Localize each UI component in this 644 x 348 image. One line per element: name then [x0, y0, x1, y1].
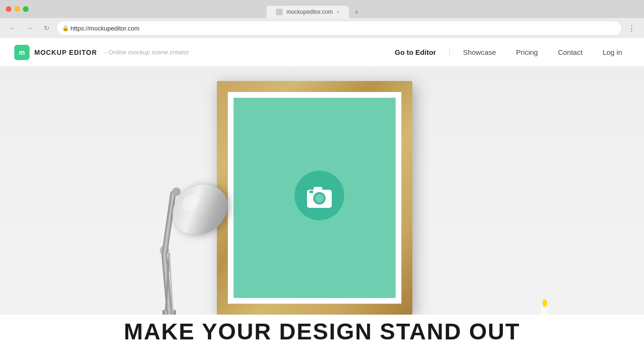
brand-name: MOCKUP EDITOR — [34, 49, 97, 56]
pricing-link[interactable]: Pricing — [509, 44, 546, 60]
browser-titlebar: mockupeditor.com × + — [0, 0, 644, 18]
reload-button[interactable]: ↻ — [40, 21, 53, 35]
tab-title: mockupeditor.com — [286, 9, 333, 15]
brand-tagline: - Online mockup scene creator — [105, 49, 189, 56]
nav-divider: | — [449, 47, 451, 57]
svg-rect-9 — [314, 187, 322, 192]
browser-chrome: mockupeditor.com × + ← → ↻ 🔒 ⋮ — [0, 0, 644, 38]
svg-point-44 — [542, 299, 547, 307]
hero-headline: MAKE YOUR DESIGN STAND OUT — [124, 318, 521, 345]
go-to-editor-button[interactable]: Go to Editor — [387, 44, 444, 60]
website-content: m MOCKUP EDITOR - Online mockup scene cr… — [0, 38, 644, 348]
tab-favicon — [276, 9, 283, 15]
showcase-link[interactable]: Showcase — [455, 44, 503, 60]
lock-icon: 🔒 — [62, 25, 69, 31]
url-input[interactable] — [57, 21, 621, 35]
contact-link[interactable]: Contact — [550, 44, 590, 60]
address-bar[interactable]: 🔒 — [57, 21, 621, 35]
site-navigation: m MOCKUP EDITOR - Online mockup scene cr… — [0, 38, 644, 67]
hero-scene — [0, 67, 644, 348]
close-button[interactable] — [6, 6, 11, 12]
svg-point-18 — [172, 187, 181, 196]
tab-close-button[interactable]: × — [337, 10, 339, 15]
browser-tab[interactable]: mockupeditor.com × — [266, 6, 349, 18]
back-button[interactable]: ← — [6, 21, 19, 35]
nav-links: Go to Editor | Showcase Pricing Contact … — [387, 44, 630, 60]
browser-menu-button[interactable]: ⋮ — [625, 21, 638, 35]
hero-visual — [0, 67, 644, 348]
address-bar-row: ← → ↻ 🔒 ⋮ — [0, 18, 644, 38]
brand: m MOCKUP EDITOR - Online mockup scene cr… — [14, 45, 189, 60]
login-link[interactable]: Log in — [595, 44, 630, 60]
traffic-lights — [6, 6, 29, 12]
maximize-button[interactable] — [23, 6, 29, 12]
svg-point-8 — [315, 194, 324, 203]
logo-letter: m — [19, 49, 25, 56]
new-tab-button[interactable]: + — [351, 7, 362, 18]
hero-text-bar: MAKE YOUR DESIGN STAND OUT — [0, 315, 644, 348]
hero-section: MAKE YOUR DESIGN STAND OUT — [0, 67, 644, 348]
minimize-button[interactable] — [14, 6, 20, 12]
brand-logo: m — [14, 45, 30, 60]
svg-rect-10 — [309, 191, 313, 193]
forward-button[interactable]: → — [23, 21, 36, 35]
